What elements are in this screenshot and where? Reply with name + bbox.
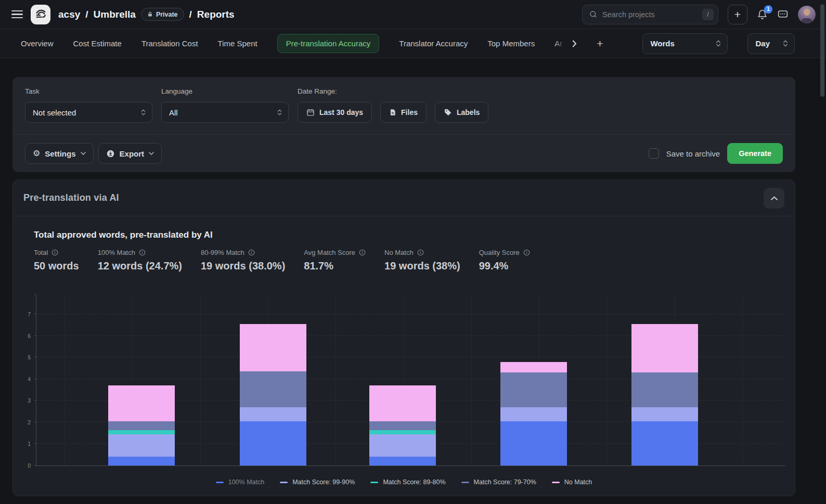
info-icon[interactable]	[417, 249, 424, 256]
save-to-archive-checkbox[interactable]	[649, 148, 659, 159]
search-shortcut-key: /	[702, 9, 714, 20]
y-axis-tick-label: 2	[15, 419, 31, 425]
legend-swatch	[370, 482, 378, 483]
breadcrumb-project[interactable]: Umbrella	[94, 9, 136, 20]
info-icon[interactable]	[139, 249, 146, 256]
bar-segment[interactable]	[631, 421, 698, 466]
menu-icon[interactable]	[11, 10, 23, 19]
stat-100-match: 100% Match12 words (24.7%)	[98, 249, 182, 272]
bar-segment[interactable]	[369, 385, 436, 421]
bar-segment[interactable]	[631, 324, 698, 372]
bar-segment[interactable]	[369, 430, 436, 434]
stat-value: 12 words (24.7%)	[98, 260, 182, 272]
bar-segment[interactable]	[108, 457, 175, 466]
tab-translator-accuracy[interactable]: Translator Accuracy	[399, 34, 468, 53]
stat-label-text: 80-99% Match	[201, 249, 244, 256]
calendar-icon	[306, 108, 315, 117]
legend-item-match-score-79-70-[interactable]: Match Score: 79-70%	[461, 479, 536, 486]
vertical-scrollbar-thumb[interactable]	[820, 4, 824, 97]
export-button-label: Export	[120, 149, 145, 158]
tab-cost-estimate[interactable]: Cost Estimate	[73, 34, 122, 53]
bar-segment[interactable]	[108, 421, 175, 430]
bar-segment[interactable]	[500, 362, 567, 373]
stat-value: 99.4%	[479, 260, 530, 272]
app-logo[interactable]	[31, 5, 50, 24]
search-box[interactable]: /	[582, 5, 718, 24]
legend-item-no-match[interactable]: No Match	[552, 479, 592, 486]
notification-count-badge: 1	[764, 5, 772, 14]
pretranslation-panel: Pre-translation via AI Total approved wo…	[12, 179, 795, 496]
tab-overview[interactable]: Overview	[21, 34, 54, 53]
y-axis-tick	[34, 335, 36, 336]
generate-button[interactable]: Generate	[727, 143, 783, 164]
info-icon[interactable]	[51, 249, 58, 256]
bar-segment[interactable]	[500, 421, 567, 466]
legend-label: Match Score: 79-70%	[474, 479, 536, 486]
bar-segment[interactable]	[108, 385, 175, 421]
bar-segment[interactable]	[240, 407, 306, 421]
bar-segment[interactable]	[500, 407, 567, 421]
bar-segment[interactable]	[240, 421, 306, 466]
date-range-button[interactable]: Last 30 days	[298, 102, 372, 123]
create-project-button[interactable]: +	[728, 5, 747, 24]
files-filter-button[interactable]: Files	[380, 102, 427, 123]
legend-label: 100% Match	[228, 479, 264, 486]
tab-time-spent[interactable]: Time Spent	[218, 34, 257, 53]
tab-truncated[interactable]: Ar	[554, 39, 567, 48]
stat-label-text: Total	[34, 249, 48, 256]
tab-translation-cost[interactable]: Translation Cost	[141, 34, 198, 53]
y-axis-tick-label: 4	[15, 376, 31, 382]
bar-segment[interactable]	[631, 407, 698, 421]
breadcrumb-org[interactable]: acsy	[58, 9, 80, 20]
logo-glyph	[34, 8, 47, 21]
add-report-button[interactable]: +	[597, 37, 603, 50]
user-avatar[interactable]	[798, 6, 816, 23]
info-icon[interactable]	[523, 249, 530, 256]
stat-label: Avg Match Score	[304, 249, 366, 256]
language-select[interactable]: All	[161, 102, 289, 123]
y-axis-tick-label: 6	[15, 333, 31, 339]
chat-icon	[777, 9, 789, 20]
tabs-scroll-right-button[interactable]	[572, 40, 577, 47]
bar-segment[interactable]	[108, 430, 175, 434]
tab-top-members[interactable]: Top Members	[487, 34, 535, 53]
tab-pre-translation-accuracy[interactable]: Pre-translation Accuracy	[277, 34, 380, 53]
date-range-buttons: Last 30 days Files Labels	[298, 102, 488, 123]
unit-select[interactable]: Words	[642, 33, 728, 54]
legend-item-match-score-89-80-[interactable]: Match Score: 89-80%	[370, 479, 445, 486]
date-range-value: Last 30 days	[319, 108, 363, 117]
task-select[interactable]: Not selected	[25, 102, 152, 123]
chart-subtitle: Total approved words, pre-translated by …	[34, 230, 795, 240]
stat-label: Quality Score	[479, 249, 530, 256]
bar-segment[interactable]	[240, 324, 306, 371]
info-icon[interactable]	[248, 249, 255, 256]
bar-segment[interactable]	[631, 372, 698, 407]
bar-segment[interactable]	[240, 371, 306, 407]
notifications-button[interactable]: 1	[757, 9, 768, 20]
search-input[interactable]	[602, 10, 698, 19]
chart-plot: 01234567	[36, 295, 785, 466]
actions-row: ⚙ Settings Export Save to archive Genera…	[12, 135, 795, 172]
breadcrumb: acsy / Umbrella Private / Reports	[58, 8, 235, 21]
search-icon	[589, 10, 598, 19]
bar-segment[interactable]	[108, 434, 175, 457]
panel-header: Pre-translation via AI	[13, 180, 795, 216]
task-select-value: Not selected	[33, 108, 76, 117]
legend-item-100-match[interactable]: 100% Match	[216, 479, 264, 486]
messages-button[interactable]	[777, 9, 789, 20]
labels-filter-button[interactable]: Labels	[435, 102, 488, 123]
export-dropdown-button[interactable]: Export	[98, 143, 162, 164]
bar-segment[interactable]	[369, 434, 436, 457]
period-select[interactable]: Day	[747, 33, 795, 54]
info-icon[interactable]	[359, 249, 366, 256]
settings-dropdown-button[interactable]: ⚙ Settings	[25, 143, 94, 164]
legend-item-match-score-99-90-[interactable]: Match Score: 99-90%	[280, 479, 355, 486]
bar-segment[interactable]	[369, 457, 436, 466]
collapse-panel-button[interactable]	[764, 188, 784, 209]
caret-down-icon	[81, 152, 86, 155]
bar-segment[interactable]	[500, 372, 567, 407]
stat-80-99-match: 80-99% Match19 words (38.0%)	[201, 249, 285, 272]
y-axis-tick	[34, 357, 36, 357]
stat-no-match: No Match19 words (38%)	[384, 249, 460, 272]
bar-segment[interactable]	[369, 421, 436, 430]
